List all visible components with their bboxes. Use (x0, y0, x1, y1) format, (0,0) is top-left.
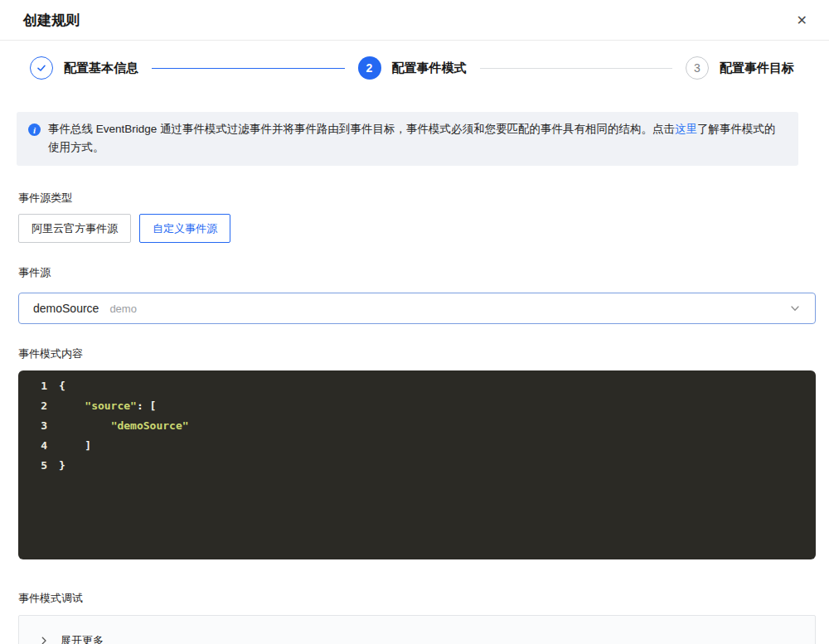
line-number: 5 (18, 456, 47, 476)
chevron-down-icon (788, 302, 802, 315)
code-line: 5} (18, 456, 816, 476)
source-type-custom-button[interactable]: 自定义事件源 (139, 214, 230, 243)
line-number: 1 (18, 376, 47, 396)
source-type-options: 阿里云官方事件源 自定义事件源 (18, 214, 829, 243)
line-number: 4 (18, 436, 47, 456)
source-type-aliyun-button[interactable]: 阿里云官方事件源 (18, 214, 131, 243)
event-source-description: demo (109, 303, 137, 315)
step-connector-upcoming (480, 68, 673, 69)
chevron-right-icon (39, 636, 49, 644)
event-source-select[interactable]: demoSource demo (18, 293, 816, 324)
pattern-debug-panel: 展开更多 (18, 615, 816, 644)
banner-link[interactable]: 这里 (675, 123, 697, 135)
expand-more-label: 展开更多 (61, 633, 104, 644)
step-done-check-icon (30, 56, 53, 80)
line-number: 2 (18, 396, 47, 416)
dialog-header: 创建规则 ✕ (0, 0, 829, 41)
source-type-label: 事件源类型 (18, 191, 829, 206)
pattern-debug-label: 事件模式调试 (18, 591, 829, 606)
step-wizard: 配置基本信息 2 配置事件模式 3 配置事件目标 (0, 41, 829, 95)
info-icon: i (28, 123, 41, 136)
code-line: 4 ] (18, 436, 816, 456)
line-number: 3 (18, 416, 47, 436)
pattern-content-label: 事件模式内容 (18, 346, 829, 361)
code-editor[interactable]: 1{2 "source": [3 "demoSource"4 ]5} (18, 370, 816, 559)
info-banner: i 事件总线 EventBridge 通过事件模式过滤事件并将事件路由到事件目标… (17, 112, 798, 166)
step-basic-info-label: 配置基本信息 (64, 61, 138, 76)
step-basic-info[interactable]: 配置基本信息 (30, 56, 138, 80)
page-title: 创建规则 (23, 11, 80, 30)
step-event-pattern-number: 2 (358, 56, 381, 80)
info-banner-text: 事件总线 EventBridge 通过事件模式过滤事件并将事件路由到事件目标，事… (48, 120, 785, 157)
code-line: 2 "source": [ (18, 396, 816, 416)
step-event-target: 3 配置事件目标 (686, 56, 794, 80)
step-event-target-label: 配置事件目标 (720, 61, 794, 76)
close-icon[interactable]: ✕ (795, 12, 809, 29)
event-source-label: 事件源 (18, 265, 829, 280)
banner-text-before: 事件总线 EventBridge 通过事件模式过滤事件并将事件路由到事件目标，事… (48, 123, 675, 135)
step-connector-done (152, 68, 345, 69)
step-event-pattern: 2 配置事件模式 (358, 56, 467, 80)
event-source-value: demoSource (33, 302, 99, 315)
step-event-target-number: 3 (686, 56, 709, 80)
expand-more-toggle[interactable]: 展开更多 (39, 633, 104, 644)
step-event-pattern-label: 配置事件模式 (392, 61, 467, 76)
code-line: 1{ (18, 376, 816, 396)
code-line: 3 "demoSource" (18, 416, 816, 436)
